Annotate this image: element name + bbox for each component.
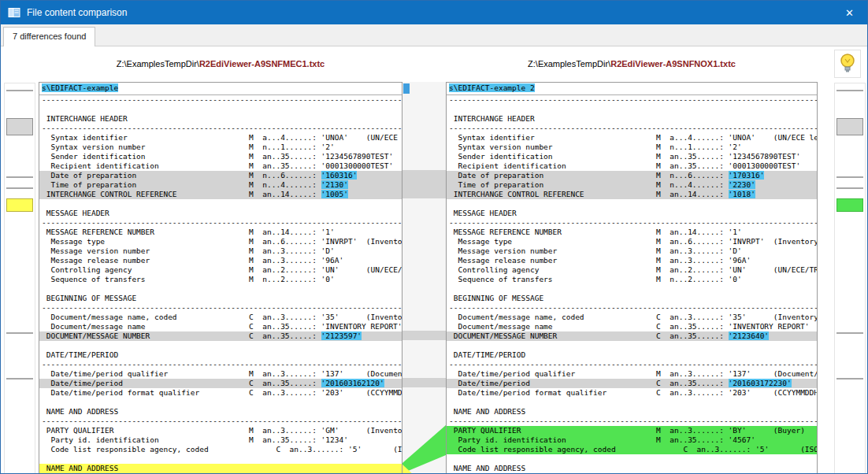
code-line[interactable]: Message version number M an..3......: 'D… [447,246,817,256]
code-line[interactable] [447,454,817,464]
code-line[interactable]: ----------------------------------------… [447,218,817,228]
code-line[interactable]: DOCUMENT/MESSAGE NUMBER C an..35.....: '… [447,331,817,341]
code-line[interactable]: ----------------------------------------… [447,124,817,133]
code-line[interactable]: Message release number M an..3......: '9… [39,256,402,265]
code-line[interactable]: INTERCHANGE CONTROL REFERENCE M an..14..… [39,190,402,199]
code-line[interactable]: PARTY QUALIFIER M an..3......: 'BY' (Buy… [447,426,817,435]
code-line[interactable]: Message version number M an..3......: 'D… [39,246,402,256]
code-line[interactable]: Date/time/period qualifier M an..3......… [447,369,817,379]
diff-gutter [402,82,446,474]
left-file-path: Z:\ExamplesTempDir\R2EdiViewer-A9SNFMEC1… [39,59,402,70]
diff-value: '2123640' [729,331,769,340]
code-line[interactable]: Date/time/period qualifier M an..3......… [39,369,402,379]
code-line[interactable]: Document/message name C an..35.....: 'IN… [39,322,402,331]
code-line[interactable]: Syntax identifier M a...4......: 'UNOA' … [447,133,817,143]
code-line[interactable]: ----------------------------------------… [447,95,817,105]
code-line[interactable]: Message type M an..6......: 'INVRPT' (In… [39,237,402,246]
left-file-dir: Z:\ExamplesTempDir\ [117,59,199,69]
code-line[interactable]: Code list responsible agency, coded C an… [39,445,402,454]
code-line[interactable]: NAME AND ADDRESS [447,464,817,473]
left-panel-code[interactable]: ----------------------------------------… [39,95,402,474]
code-line[interactable]: Date of preparation M n...6......: '1603… [39,171,402,180]
code-line[interactable]: Sender identification M an..35.....: '12… [39,152,402,161]
tab-differences-found[interactable]: 7 differences found [3,27,95,46]
code-line[interactable]: NAME AND ADDRESS [447,407,817,417]
code-line[interactable]: PARTY QUALIFIER M an..3......: 'GM' (Inv… [39,426,402,435]
hint-button[interactable] [834,50,861,78]
code-line[interactable] [447,341,817,350]
code-line[interactable]: Date/time/period C an..35.....: '2016031… [39,379,402,388]
left-overview-map[interactable] [4,83,35,474]
code-line[interactable]: Message release number M an..3......: '9… [447,256,817,265]
left-file-panel[interactable]: s\EDIFACT-example ----------------------… [39,82,402,474]
diff-value: '2123597' [321,331,362,340]
code-line[interactable]: ----------------------------------------… [39,124,402,133]
code-line[interactable]: Document/message name, coded C an..3....… [39,313,402,322]
code-line[interactable]: Date of preparation M n...6......: '1703… [447,171,817,180]
diff-mark [836,332,863,334]
close-button[interactable]: ✕ [832,1,867,24]
code-line[interactable]: ----------------------------------------… [447,303,817,313]
code-line[interactable]: ----------------------------------------… [447,360,817,369]
code-line[interactable]: Syntax version number M n...1......: '2' [447,143,817,152]
code-line[interactable]: Syntax version number M n...1......: '2' [39,143,402,152]
code-line[interactable]: Recipient identification M an..35.....: … [39,161,402,171]
code-line[interactable]: ----------------------------------------… [39,303,402,313]
code-line[interactable] [39,105,402,114]
code-line[interactable]: NAME AND ADDRESS [39,464,402,473]
code-line[interactable]: ----------------------------------------… [39,360,402,369]
code-line[interactable]: Document/message name, coded C an..3....… [447,313,817,322]
code-line[interactable]: INTERCHANGE CONTROL REFERENCE M an..14..… [447,190,817,199]
code-line[interactable]: Code list responsible agency, coded C an… [447,445,817,454]
code-line[interactable]: BEGINNING OF MESSAGE [447,294,817,303]
code-line[interactable]: MESSAGE REFERENCE NUMBER M an..14.....: … [39,228,402,237]
code-line[interactable]: ----------------------------------------… [447,417,817,426]
code-line[interactable]: Date/time/period format qualifier C an..… [447,388,817,398]
code-line[interactable]: Syntax identifier M a...4......: 'UNOA' … [39,133,402,143]
code-line[interactable] [447,398,817,407]
code-line[interactable]: Time of preparation M n...4......: '2230… [447,180,817,190]
code-line[interactable]: MESSAGE HEADER [447,209,817,218]
code-line[interactable]: Date/time/period C an..35.....: '2016031… [447,379,817,388]
right-overview-map[interactable] [834,83,866,474]
code-line[interactable]: DATE/TIME/PERIOD [447,350,817,360]
diff-mark-removed [6,198,33,212]
code-line[interactable]: MESSAGE REFERENCE NUMBER M an..14.....: … [447,228,817,237]
right-file-path: Z:\ExamplesTempDir\R2EdiViewer-A9SNFNOX1… [446,59,818,70]
code-line[interactable] [447,284,817,294]
code-line[interactable]: DATE/TIME/PERIOD [39,350,402,360]
code-line[interactable]: Time of preparation M n...4......: '2130… [39,180,402,190]
right-panel-code[interactable]: ----------------------------------------… [447,95,817,474]
code-line[interactable]: NAME AND ADDRESS [39,407,402,417]
right-file-panel[interactable]: s\EDIFACT-example 2 --------------------… [446,82,818,474]
code-line[interactable]: ----------------------------------------… [39,417,402,426]
code-line[interactable]: Document/message name C an..35.....: 'IN… [447,322,817,331]
code-line[interactable] [39,341,402,350]
code-line[interactable] [447,105,817,114]
code-line[interactable] [39,199,402,209]
code-line[interactable]: Message type M an..6......: 'INVRPT' (In… [447,237,817,246]
code-line[interactable] [447,199,817,209]
diff-value: '2130' [321,180,348,189]
code-line[interactable]: Recipient identification M an..35.....: … [447,161,817,171]
code-line[interactable]: BEGINNING OF MESSAGE [39,294,402,303]
code-line[interactable]: Controlling agency M an..2......: 'UN' (… [447,265,817,275]
right-panel-header: s\EDIFACT-example 2 [447,83,817,95]
code-line[interactable]: Sequence of transfers M n...2......: '0' [39,275,402,284]
code-line[interactable]: Party id. identification M an..35.....: … [447,435,817,445]
code-line[interactable]: INTERCHANGE HEADER [39,114,402,124]
code-line[interactable] [39,398,402,407]
code-line[interactable]: Date/time/period format qualifier C an..… [39,388,402,398]
code-line[interactable]: Sequence of transfers M n...2......: '0' [447,275,817,284]
code-line[interactable]: ----------------------------------------… [39,218,402,228]
code-line[interactable]: INTERCHANGE HEADER [447,114,817,124]
code-line[interactable]: DOCUMENT/MESSAGE NUMBER C an..35.....: '… [39,331,402,341]
code-line[interactable] [39,284,402,294]
code-line[interactable]: Party id. identification M an..35.....: … [39,435,402,445]
left-panel-title: s\EDIFACT-example [42,83,118,92]
code-line[interactable]: Sender identification M an..35.....: '12… [447,152,817,161]
code-line[interactable]: Controlling agency M an..2......: 'UN' (… [39,265,402,275]
code-line[interactable]: ----------------------------------------… [39,95,402,105]
code-line[interactable]: MESSAGE HEADER [39,209,402,218]
code-line[interactable] [39,454,402,464]
